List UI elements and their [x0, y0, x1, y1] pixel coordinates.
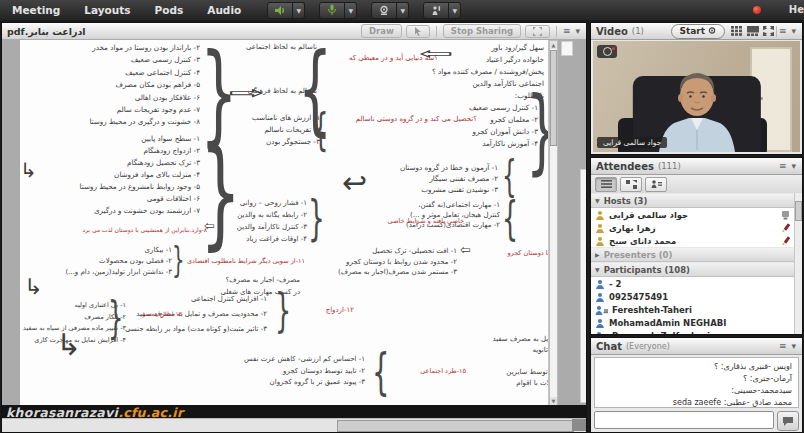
chat-pod-menu-button[interactable]: ≡ ▾ — [779, 341, 797, 351]
shared-file-title: ادراعت بنابر.pdf — [7, 26, 86, 37]
attendee-row[interactable]: 0925475491 — [591, 290, 794, 303]
pencil-icon — [781, 223, 790, 233]
attendees-pod-menu-button[interactable]: ≡ ▾ — [779, 161, 797, 171]
webcam-icon — [378, 5, 390, 16]
microphone-caret[interactable]: ▼ — [345, 2, 357, 19]
attendees-scrollbar[interactable] — [794, 193, 802, 334]
doc-text-block: ۱- بیکاری۲- فصلی بودن محصولات۳- نداشتن ا… — [65, 245, 172, 278]
speaker-caret[interactable]: ▼ — [293, 2, 305, 19]
attendee-list: ▼Hosts (3)جواد سالمی قراییزهرا بهاریمحمد… — [591, 193, 794, 334]
share-pod-header: ادراعت بنابر.pdf Draw Stop Sharing ≡ ▾ — [2, 23, 586, 40]
pointer-icon — [414, 27, 422, 36]
doc-text-block: ۸-وارد.بنابراین از همنشینی با دوستان لذت… — [115, 224, 207, 235]
attendee-name: زهرا بهاری — [609, 223, 656, 233]
badge-icon — [781, 210, 790, 220]
attendee-row[interactable]: Fereshteh-Taheri — [591, 303, 794, 316]
menu-audio[interactable]: Audio — [195, 4, 253, 16]
person-icon — [595, 279, 605, 289]
host-icon — [595, 210, 605, 220]
status-menu: ▼ — [423, 2, 461, 19]
attendees-count: (111) — [658, 161, 681, 171]
video-pod-header: Video (1) Start — [591, 23, 802, 40]
doc-brace: } — [372, 347, 389, 397]
attendee-list-view-button[interactable] — [595, 177, 617, 192]
adobe-connect-window: Meeting Layouts Pods Audio ▼ ▼ — [0, 0, 804, 433]
doc-text-block: ۱- احساس کم ارزشی- کاهش عزت نفس۲- تایید … — [200, 354, 365, 389]
status-view-icon — [651, 180, 662, 189]
chat-send-button[interactable] — [777, 411, 799, 431]
webcam-menu: ▼ — [371, 2, 409, 19]
document-viewport: سهل گیر/زود باورخانواده درگیر اعتیادپخش/… — [2, 39, 586, 405]
video-pod: Video (1) Start — [590, 22, 803, 155]
attendee-row[interactable]: جواد سالمی قرایی — [591, 208, 794, 221]
list-view-icon — [601, 180, 612, 188]
doc-text-block: ۱۳-اطلاع همسر — [130, 308, 182, 319]
attendee-name: MohamadAmin NEGHABI — [609, 318, 726, 328]
attendee-row[interactable]: Parvaneh-Zolfaghari — [591, 329, 794, 334]
attendees-toolbar — [591, 175, 802, 194]
scroll-up-arrow[interactable]: ▲ — [550, 41, 557, 49]
chat-message: محمد صادق -عطبی: seda zaeefe — [601, 397, 792, 408]
expand-view-icon[interactable] — [763, 26, 774, 36]
attendees-scroll-thumb[interactable] — [795, 201, 802, 221]
share-pod: ادراعت بنابر.pdf Draw Stop Sharing ≡ ▾ — [1, 22, 587, 433]
vertical-scroll-thumb[interactable] — [550, 50, 557, 146]
speaker-button[interactable] — [267, 2, 293, 19]
camera-recording-dot — [612, 47, 615, 50]
chat-input[interactable] — [594, 411, 774, 429]
scroll-down-arrow[interactable]: ▼ — [550, 397, 557, 405]
attendee-row[interactable]: محمد دانای سبح — [591, 234, 794, 247]
horizontal-scroll-thumb[interactable] — [337, 420, 574, 432]
help-link[interactable]: He — [789, 4, 804, 15]
host-icon — [595, 223, 605, 233]
doc-text-block: ۱- سطح سواد پایین۲- ازدواج زودهنگام۳- تر… — [30, 133, 200, 217]
draw-button[interactable]: Draw — [361, 24, 402, 38]
doc-text-block: ؟سه دنیایی آید و در معیطی که — [326, 53, 438, 64]
doc-text-block: ناسالم به لحاظ اجتماعی — [232, 42, 317, 53]
raise-hand-button[interactable] — [423, 2, 449, 19]
attendee-row[interactable]: زهرا بهاری — [591, 221, 794, 234]
document-horizontal-scrollbar[interactable] — [2, 418, 586, 432]
chat-message: اویس -قنبری بذقاری: ؟ — [601, 361, 792, 373]
attendee-section-participants[interactable]: ▼Participants (108) — [591, 262, 794, 277]
share-pod-menu-button[interactable]: ≡ ▾ — [563, 26, 581, 36]
microphone-button[interactable] — [319, 2, 345, 19]
pod-scrollbar-track[interactable] — [580, 169, 586, 403]
attendee-section-hosts[interactable]: ▼Hosts (3) — [591, 193, 794, 208]
attendee-row[interactable]: MohamadAmin NEGHABI — [591, 316, 794, 329]
filmstrip-view-icon[interactable] — [747, 26, 759, 36]
menu-layouts[interactable]: Layouts — [72, 4, 142, 16]
breakout-view-button[interactable] — [620, 177, 642, 192]
attendee-row[interactable]: - 2 — [591, 277, 794, 290]
chat-scope-label: (Everyone) — [626, 342, 670, 351]
desk-icon — [595, 305, 608, 315]
attendees-pod: Attendees (111) ≡ ▾ ▼Hosts (3)جواد سالمی — [590, 157, 803, 335]
doc-text-block: ۲- بارانداز بودن روستا در مواد مخدر۳- کن… — [30, 42, 200, 129]
video-pod-menu-button[interactable]: ≡ ▾ — [779, 26, 797, 36]
menu-meeting[interactable]: Meeting — [0, 4, 72, 16]
status-view-button[interactable] — [645, 177, 667, 192]
webcam-button[interactable] — [371, 2, 397, 19]
top-menu-bar: Meeting Layouts Pods Audio ▼ ▼ — [0, 0, 804, 20]
chat-pod-header: Chat (Everyone) ≡ ▾ — [591, 338, 802, 355]
doc-text-block: ۱- بی اعتباری اولیه۲- انکار مصرف۳- تغییر… — [22, 300, 126, 347]
menu-pods[interactable]: Pods — [143, 4, 196, 16]
stop-sharing-button[interactable]: Stop Sharing — [443, 24, 521, 38]
pointer-button[interactable] — [406, 25, 430, 38]
doc-text-block: خاصی یافته و شرایط خاصی — [382, 216, 464, 227]
start-webcam-button[interactable]: Start — [671, 24, 725, 39]
document-vertical-scrollbar[interactable]: ▲ ▼ — [549, 40, 558, 405]
speech-bubble-icon — [782, 416, 794, 426]
fullscreen-icon — [533, 27, 542, 36]
status-caret[interactable]: ▼ — [449, 2, 461, 19]
attendee-name: Parvaneh-Zolfaghari — [612, 331, 710, 335]
chat-message-list: اویس -قنبری بذقاری: ؟آرمان-جتری: ؟سیدمحم… — [594, 357, 799, 408]
camera-lens-icon — [603, 47, 612, 56]
host-icon — [595, 236, 605, 246]
attendee-section-presenters[interactable]: ▶Presenters (0) — [591, 247, 794, 262]
fullscreen-button[interactable] — [525, 25, 550, 38]
document-footer-bar: khorasanrazavi.cfu.ac.ir — [2, 405, 586, 419]
breakout-view-icon — [626, 180, 637, 189]
grid-view-icon[interactable] — [731, 26, 743, 36]
webcam-caret[interactable]: ▼ — [397, 2, 409, 19]
